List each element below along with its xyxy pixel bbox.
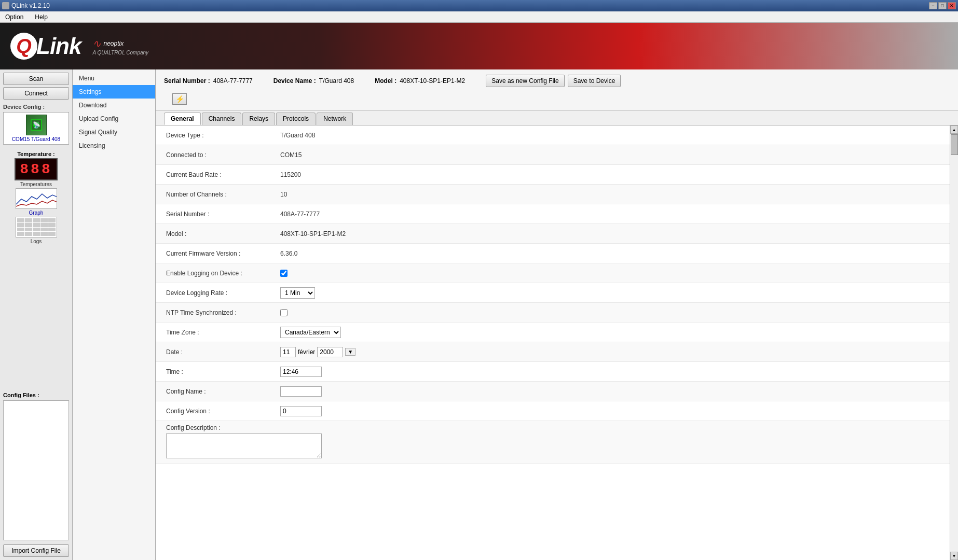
form-row-connected-to: Connected to : COM15 — [156, 145, 950, 165]
form-row-model: Model : 408XT-10-SP1-EP1-M2 — [156, 224, 950, 244]
close-button[interactable]: ✕ — [948, 2, 956, 9]
form-row-logging-rate: Device Logging Rate : 1 Min 5 Min 10 Min… — [156, 283, 950, 303]
tab-network[interactable]: Network — [317, 113, 353, 125]
form-row-date: Date : février ▼ — [156, 342, 950, 362]
ntp-label: NTP Time Synchronized : — [166, 309, 280, 316]
main-layout: Scan Connect Device Config : 📡 COM15 T/G… — [0, 69, 958, 560]
title-bar: QLink v1.2.10 − □ ✕ — [0, 0, 958, 11]
firmware-label: Current Firmware Version : — [166, 250, 280, 257]
baud-rate-label: Current Baud Rate : — [166, 171, 280, 178]
logs-label: Logs — [31, 239, 42, 244]
menu-option[interactable]: Option — [2, 12, 26, 22]
scan-button[interactable]: Scan — [3, 73, 69, 85]
menu-panel: Menu Settings Download Upload Config Sig… — [73, 69, 156, 560]
serial-number-label: Serial Number : — [164, 77, 210, 85]
device-name-header-label: Device Name : — [273, 77, 316, 85]
scrollbar-track[interactable]: ▲ ▼ — [950, 125, 958, 560]
date-picker-button[interactable]: ▼ — [345, 348, 355, 356]
model-label: Model : — [375, 77, 396, 85]
title-bar-text: QLink v1.2.10 — [11, 2, 50, 9]
logo-link: Link — [36, 33, 81, 59]
app-icon — [2, 2, 9, 9]
channels-label: Number of Channels : — [166, 191, 280, 198]
form-row-baud-rate: Current Baud Rate : 115200 — [156, 165, 950, 185]
tab-channels[interactable]: Channels — [202, 113, 242, 125]
device-config-label: Device Config : — [3, 104, 69, 110]
config-name-input[interactable] — [280, 386, 322, 397]
menu-bar: Option Help — [0, 11, 958, 23]
logging-rate-select[interactable]: 1 Min 5 Min 10 Min 30 Min 1 Hour — [280, 287, 315, 299]
connect-button[interactable]: Connect — [3, 87, 69, 100]
serial-label: Serial Number : — [166, 211, 280, 218]
config-files-label: Config Files : — [3, 392, 69, 398]
date-month-text: février — [298, 348, 315, 356]
tab-general[interactable]: General — [164, 113, 201, 125]
serial-number-value: 408A-77-7777 — [213, 77, 253, 85]
device-name-header-value: T/Guard 408 — [319, 77, 354, 85]
temperature-section: Temperature : 888 Temperatures Graph Log… — [3, 151, 69, 244]
refresh-button[interactable]: ⚡ — [172, 93, 187, 105]
logging-checkbox[interactable] — [280, 270, 288, 277]
firmware-value: 6.36.0 — [280, 250, 297, 257]
import-config-button[interactable]: Import Config File — [3, 544, 69, 557]
form-row-device-type: Device Type : T/Guard 408 — [156, 125, 950, 145]
save-device-button[interactable]: Save to Device — [568, 75, 621, 87]
connected-to-value: COM15 — [280, 151, 302, 159]
graph-label[interactable]: Graph — [29, 210, 44, 216]
form-content: Device Type : T/Guard 408 Connected to :… — [156, 125, 950, 560]
scrollbar-thumb[interactable] — [951, 134, 958, 155]
app-header: Q Link ∿ neoptix A QUALTROL Company — [0, 23, 958, 69]
config-version-input[interactable] — [280, 406, 322, 416]
time-label: Time : — [166, 368, 280, 375]
device-icon: 📡 — [26, 115, 47, 135]
logging-label: Enable Logging on Device : — [166, 270, 280, 277]
scrollbar-down-button[interactable]: ▼ — [950, 552, 958, 560]
time-input[interactable] — [280, 367, 322, 377]
maximize-button[interactable]: □ — [938, 2, 947, 9]
menu-upload-config[interactable]: Upload Config — [73, 112, 155, 125]
timezone-label: Time Zone : — [166, 329, 280, 336]
device-name-label: COM15 T/Guard 408 — [12, 136, 60, 142]
form-row-channels: Number of Channels : 10 — [156, 185, 950, 204]
content-area: Serial Number : 408A-77-7777 Device Name… — [156, 69, 958, 560]
config-desc-textarea[interactable] — [166, 433, 322, 458]
device-info: Serial Number : 408A-77-7777 Device Name… — [164, 75, 621, 87]
serial-value: 408A-77-7777 — [280, 211, 320, 218]
ntp-checkbox[interactable] — [280, 309, 288, 316]
svg-text:📡: 📡 — [32, 121, 40, 129]
scrollbar-up-button[interactable]: ▲ — [950, 125, 958, 134]
date-year-input[interactable] — [317, 347, 343, 357]
model-value: 408XT-10-SP1-EP1-M2 — [400, 77, 465, 85]
form-row-firmware: Current Firmware Version : 6.36.0 — [156, 244, 950, 263]
logo-q: Q — [10, 33, 37, 60]
tabs-bar: General Channels Relays Protocols Networ… — [156, 110, 958, 125]
config-files-list[interactable] — [3, 400, 69, 541]
temperature-display: 888 — [15, 158, 57, 180]
menu-download[interactable]: Download — [73, 99, 155, 112]
config-desc-label: Config Description : — [166, 424, 280, 431]
form-row-config-desc: Config Description : — [156, 421, 950, 464]
form-row-serial: Serial Number : 408A-77-7777 — [156, 204, 950, 224]
form-row-logging: Enable Logging on Device : — [156, 263, 950, 283]
logo-area: Q Link ∿ neoptix A QUALTROL Company — [10, 33, 148, 60]
device-type-label: Device Type : — [166, 132, 280, 139]
timezone-select[interactable]: Canada/Eastern UTC US/Pacific — [280, 327, 341, 338]
device-item[interactable]: 📡 COM15 T/Guard 408 — [3, 112, 69, 145]
minimize-button[interactable]: − — [929, 2, 937, 9]
menu-signal-quality[interactable]: Signal Quality — [73, 125, 155, 139]
form-row-config-name: Config Name : — [156, 382, 950, 401]
save-config-button[interactable]: Save as new Config File — [486, 75, 564, 87]
config-version-label: Config Version : — [166, 408, 280, 415]
form-row-ntp: NTP Time Synchronized : — [156, 303, 950, 323]
form-row-time: Time : — [156, 362, 950, 382]
header-buttons: Save as new Config File Save to Device — [486, 75, 621, 87]
menu-licensing[interactable]: Licensing — [73, 139, 155, 152]
date-day-input[interactable] — [280, 347, 296, 357]
menu-panel-header: Menu — [73, 72, 155, 85]
model-row-label: Model : — [166, 230, 280, 237]
menu-help[interactable]: Help — [32, 12, 51, 22]
device-type-value: T/Guard 408 — [280, 132, 315, 139]
tab-relays[interactable]: Relays — [242, 113, 275, 125]
tab-protocols[interactable]: Protocols — [276, 113, 316, 125]
menu-settings[interactable]: Settings — [73, 85, 155, 99]
